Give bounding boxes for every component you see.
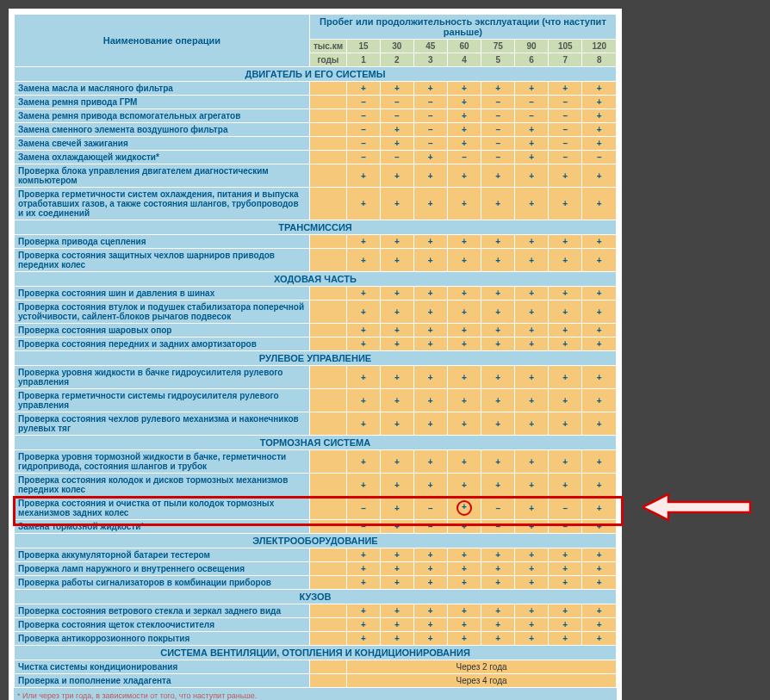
table-row: Чистка системы кондиционированияЧерез 2 … [15, 660, 617, 674]
value-cell: + [380, 618, 413, 632]
section-header: Электрооборудование [15, 534, 617, 548]
value-cell: + [481, 618, 515, 632]
value-cell: + [515, 618, 549, 632]
value-cell: – [380, 96, 413, 109]
value-cell: + [549, 450, 582, 474]
value-cell: + [347, 618, 381, 632]
value-cell: + [447, 82, 481, 96]
value-cell: + [549, 300, 582, 324]
value-cell: + [447, 604, 481, 618]
header-km-col: 60 [447, 40, 481, 53]
spacer-cell [309, 660, 346, 674]
value-cell: + [380, 604, 413, 618]
value-cell: + [515, 324, 549, 338]
table-row: Проверка состояния передних и задних амо… [15, 338, 617, 351]
value-cell: + [413, 389, 447, 412]
value-cell: + [347, 389, 381, 412]
value-cell: – [549, 137, 582, 151]
value-cell: + [481, 366, 515, 389]
value-cell: + [582, 632, 617, 646]
value-cell: + [380, 287, 413, 300]
value-cell: – [481, 109, 515, 123]
value-cell: + [582, 548, 617, 562]
value-cell: + [413, 235, 447, 249]
value-cell: + [582, 137, 617, 151]
operation-name: Проверка ламп наружного и внутреннего ос… [15, 562, 310, 576]
spacer-cell [309, 674, 346, 688]
value-cell: + [515, 287, 549, 300]
value-cell: + [447, 287, 481, 300]
value-cell: + [347, 235, 381, 249]
value-cell: – [347, 137, 381, 151]
value-cell: + [582, 96, 617, 109]
spacer-cell [309, 562, 346, 576]
value-cell: + [481, 548, 515, 562]
value-cell: + [347, 249, 381, 272]
table-row: Проверка состояния шин и давления в шина… [15, 287, 617, 300]
operation-name: Замена охлаждающей жидкости* [15, 151, 310, 164]
spacer-cell [309, 137, 346, 151]
header-year-col: 7 [549, 53, 582, 67]
value-cell: + [582, 287, 617, 300]
spacer-cell [309, 188, 346, 220]
value-cell: + [413, 618, 447, 632]
value-cell: + [515, 604, 549, 618]
value-cell: + [515, 389, 549, 412]
value-cell: + [515, 520, 549, 534]
value-cell: + [380, 188, 413, 220]
value-cell: – [481, 96, 515, 109]
value-cell: + [347, 474, 381, 497]
table-row: Проверка работы сигнализаторов в комбина… [15, 576, 617, 590]
value-cell: + [447, 109, 481, 123]
value-cell: – [347, 123, 381, 137]
table-row: Замена ремня привода вспомогательных агр… [15, 109, 617, 123]
operation-name: Проверка состояния шаровых опор [15, 324, 310, 338]
value-cell: + [347, 324, 381, 338]
value-cell: + [515, 249, 549, 272]
value-cell: + [447, 562, 481, 576]
operation-name: Замена сменного элемента воздушного филь… [15, 123, 310, 137]
footnote: * Или через три года, в зависимости от т… [14, 688, 617, 700]
value-cell: + [413, 249, 447, 272]
value-cell: – [347, 497, 381, 520]
table-row: Проверка состояния ветрового стекла и зе… [15, 604, 617, 618]
value-cell: – [380, 151, 413, 164]
table-row: Проверка и пополнение хладагентаЧерез 4 … [15, 674, 617, 688]
value-cell: + [447, 96, 481, 109]
value-cell: + [413, 412, 447, 436]
value-cell: + [347, 576, 381, 590]
operation-name: Проверка состояния ветрового стекла и зе… [15, 604, 310, 618]
value-cell: + [380, 123, 413, 137]
spacer-cell [309, 235, 346, 249]
operation-name: Проверка уровня жидкости в бачке гидроус… [15, 366, 310, 389]
value-cell: + [481, 287, 515, 300]
table-row: Проверка ламп наружного и внутреннего ос… [15, 562, 617, 576]
table-row: Проверка состояния щеток стеклоочистител… [15, 618, 617, 632]
spacer-cell [309, 300, 346, 324]
value-cell: + [481, 474, 515, 497]
value-cell: + [582, 82, 617, 96]
section-header: Рулевое управление [15, 351, 617, 366]
value-cell: + [481, 604, 515, 618]
value-cell: + [582, 235, 617, 249]
value-cell: + [413, 450, 447, 474]
table-row: Проверка состояния и очистка от пыли кол… [15, 497, 617, 520]
value-cell: + [447, 137, 481, 151]
spacer-cell [309, 618, 346, 632]
table-row: Замена масла и масляного фильтра++++++++ [15, 82, 617, 96]
value-cell: + [582, 412, 617, 436]
value-cell: + [347, 632, 381, 646]
header-km-col: 120 [582, 40, 617, 53]
header-year-col: 8 [582, 53, 617, 67]
value-cell: – [549, 520, 582, 534]
value-cell: + [582, 474, 617, 497]
value-cell: + [447, 188, 481, 220]
value-cell: + [515, 338, 549, 351]
value-cell: + [582, 338, 617, 351]
value-cell: + [515, 497, 549, 520]
value-cell: + [380, 338, 413, 351]
spacer-cell [309, 520, 346, 534]
value-cell: + [380, 632, 413, 646]
value-cell: + [549, 604, 582, 618]
value-cell: – [481, 137, 515, 151]
